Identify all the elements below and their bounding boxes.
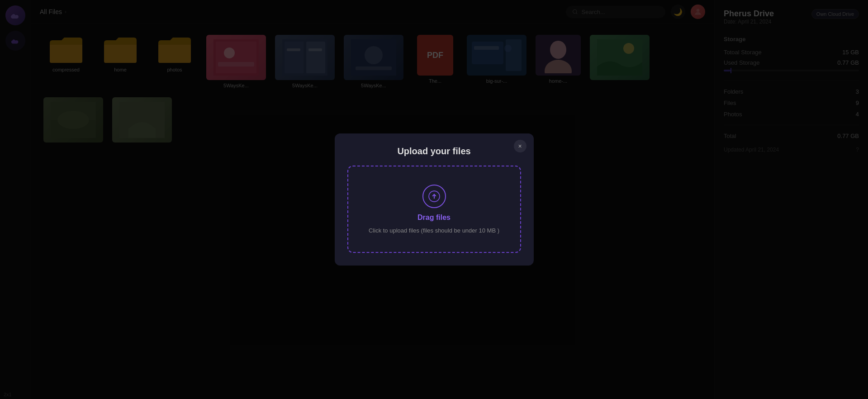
modal-close-button[interactable]: × <box>514 140 526 152</box>
upload-modal: Upload your files × Drag files Click to … <box>335 133 534 266</box>
drop-title: Drag files <box>417 214 451 222</box>
upload-icon <box>422 185 446 208</box>
modal-title: Upload your files <box>347 146 521 157</box>
drop-zone[interactable]: Drag files Click to upload files (files … <box>347 166 521 253</box>
modal-overlay[interactable]: Upload your files × Drag files Click to … <box>0 0 868 399</box>
drop-subtitle: Click to upload files (files should be u… <box>369 227 499 234</box>
